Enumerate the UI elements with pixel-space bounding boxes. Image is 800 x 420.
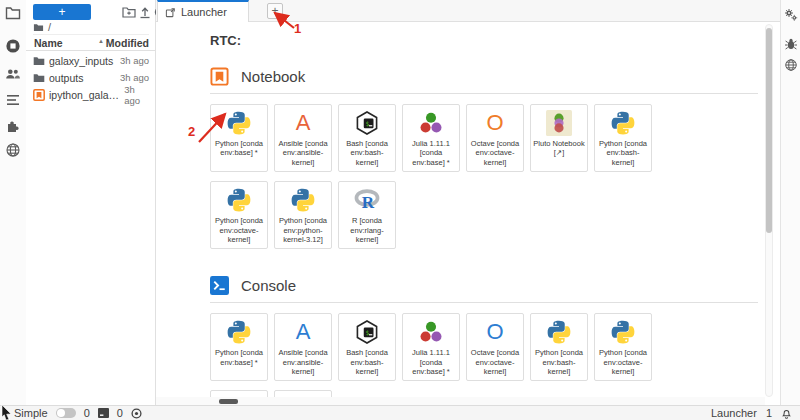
column-header-modified[interactable]: Modified xyxy=(106,37,149,49)
launcher-card-notebook-python-conda-env-python-kernel-3-12[interactable]: Python [conda env:python-kernel-3.12] xyxy=(274,181,332,249)
annotation-label-1: 1 xyxy=(294,21,301,36)
launcher-card-notebook-pluto-notebook[interactable]: Pluto Notebook [↗] xyxy=(530,104,588,172)
section-label-console: Console xyxy=(241,277,296,294)
ansible-orange-kernel-icon: A xyxy=(290,110,316,136)
notebook-section-icon xyxy=(210,67,229,86)
launcher-card-label: Octave [conda env:octave-kernel] xyxy=(469,139,521,167)
upload-icon[interactable] xyxy=(138,5,152,19)
svg-text:$: $ xyxy=(365,120,369,128)
launcher-card-notebook-ansible-conda-env-ansible-kernel[interactable]: AAnsible [conda env:ansible-kernel] xyxy=(274,104,332,172)
running-sessions-icon[interactable] xyxy=(5,38,21,54)
new-folder-icon[interactable] xyxy=(122,5,136,19)
rtc-label: RTC: xyxy=(210,33,758,48)
globe-kernel-icon[interactable] xyxy=(784,58,798,72)
jupyterlab-window: + / Name ▲ Modified galaxy_inputs3h agoo… xyxy=(0,0,800,420)
julia-kernel-icon xyxy=(418,110,444,136)
bash-kernel-icon: $ xyxy=(354,110,380,136)
launcher-card-console-julia-1-11-1-conda-env-base[interactable]: Julia 1.11.1 [conda env:base] * xyxy=(402,313,460,381)
launcher-card-notebook-octave-conda-env-octave-kernel[interactable]: OOctave [conda env:octave-kernel] xyxy=(466,104,524,172)
launcher-card-label: Python [conda env:octave-kernel] xyxy=(597,348,649,376)
launcher-card-label: Python [conda env:octave-kernel] xyxy=(213,216,265,244)
launcher-card-label: Bash [conda env:bash-kernel] xyxy=(341,348,393,376)
launcher-card-console-bash-conda-env-bash-kernel[interactable]: $Bash [conda env:bash-kernel] xyxy=(338,313,396,381)
collaboration-users-icon[interactable] xyxy=(5,66,21,82)
root-folder-icon xyxy=(33,22,44,33)
horizontal-scrollbar-track[interactable] xyxy=(156,397,765,405)
launcher-card-console-ansible-conda-env-ansible-kernel[interactable]: AAnsible [conda env:ansible-kernel] xyxy=(274,313,332,381)
table-of-contents-icon[interactable] xyxy=(5,92,21,108)
launcher-card-label: Octave [conda env:octave-kernel] xyxy=(469,348,521,376)
octave-orange-kernel-icon: O xyxy=(482,110,508,136)
kernels-count: 0 xyxy=(117,407,123,419)
bash-kernel-icon: $ xyxy=(354,319,380,345)
vertical-scrollbar-thumb[interactable] xyxy=(766,28,772,233)
tab-launcher-label: Launcher xyxy=(181,6,227,18)
launcher-card-notebook-python-conda-env-octave-kernel[interactable]: Python [conda env:octave-kernel] xyxy=(210,181,268,249)
launcher-card-notebook-julia-1-11-1-conda-env-base[interactable]: Julia 1.11.1 [conda env:base] * xyxy=(402,104,460,172)
folder-icon xyxy=(33,55,49,67)
launcher-card-label: Pluto Notebook [↗] xyxy=(533,139,585,158)
launcher-card-label: Python [conda env:python-kernel-3.12] xyxy=(277,216,329,244)
launcher-card-label: R [conda env:rlang-kernel] xyxy=(341,216,393,244)
launcher-card-console-python-conda-env-bash-kernel[interactable]: Python [conda env:bash-kernel] xyxy=(530,313,588,381)
mouse-cursor xyxy=(0,403,14,420)
property-inspector-gears-icon[interactable] xyxy=(784,8,798,22)
launcher-card-label: Python [conda env:base] * xyxy=(213,348,265,367)
tab-launcher[interactable]: Launcher xyxy=(157,0,249,22)
launcher-card-notebook-python-conda-env-bash-kernel[interactable]: Python [conda env:bash-kernel] xyxy=(594,104,652,172)
launcher-card-label: Julia 1.11.1 [conda env:base] * xyxy=(405,139,457,167)
octave-blue-kernel-icon: O xyxy=(482,319,508,345)
notebook-icon xyxy=(33,89,49,101)
notifications-count: 1 xyxy=(766,407,772,419)
launcher-card-console-python-conda-env-python-kernel-3-12[interactable]: Python [conda env:python-kernel-3.12] xyxy=(210,390,268,397)
tab-bar: Launcher + xyxy=(156,0,780,22)
file-modified: 3h ago xyxy=(120,55,149,66)
annotation-label-2: 2 xyxy=(188,124,195,139)
horizontal-scrollbar-thumb[interactable] xyxy=(219,399,238,404)
launcher-card-console-python-conda-env-base[interactable]: Python [conda env:base] * xyxy=(210,313,268,381)
file-browser-icon[interactable] xyxy=(5,5,21,21)
notebook-cards: Python [conda env:base] *AAnsible [conda… xyxy=(210,104,670,249)
breadcrumb[interactable]: / xyxy=(33,22,149,35)
launcher-card-label: Ansible [conda env:ansible-kernel] xyxy=(277,139,329,167)
file-list: galaxy_inputs3h agooutputs3h agoipython_… xyxy=(26,52,155,103)
python-kernel-icon xyxy=(290,187,316,213)
bell-icon[interactable] xyxy=(781,408,792,419)
simple-mode-label: Simple xyxy=(14,407,48,419)
python-kernel-icon xyxy=(610,319,636,345)
svg-text:$: $ xyxy=(365,329,369,337)
launcher-main-area: RTC: Notebook Python [conda env:base] *A… xyxy=(156,22,780,397)
launcher-card-console-r-conda-env-rlang-kernel[interactable]: RR [conda env:rlang-kernel] xyxy=(274,390,332,397)
launcher-card-label: Python [conda env:bash-kernel] xyxy=(597,139,649,167)
status-bar: Simple 0 0 Launcher 1 xyxy=(0,405,800,420)
python-kernel-icon xyxy=(546,319,572,345)
status-context-label[interactable]: Launcher xyxy=(711,407,757,419)
folder-icon xyxy=(33,72,49,84)
file-name: ipython_galaxy_... xyxy=(49,89,121,101)
debugger-bug-icon[interactable] xyxy=(784,37,798,51)
launcher-tab-icon xyxy=(165,7,176,18)
file-list-header: Name ▲ Modified xyxy=(26,37,155,51)
julia-kernel-icon xyxy=(418,319,444,345)
file-row-galaxy-inputs[interactable]: galaxy_inputs3h ago xyxy=(26,52,155,69)
column-header-name[interactable]: Name xyxy=(34,37,63,49)
terminals-count: 0 xyxy=(84,407,90,419)
globe-kernel-icon[interactable] xyxy=(5,142,21,158)
kernel-circle-icon xyxy=(131,408,142,419)
simple-mode-toggle[interactable] xyxy=(56,408,76,418)
right-activity-bar xyxy=(780,0,800,405)
new-launcher-button[interactable]: + xyxy=(33,4,91,20)
launcher-card-notebook-r-conda-env-rlang-kernel[interactable]: RR [conda env:rlang-kernel] xyxy=(338,181,396,249)
launcher-card-label: Python [conda env:bash-kernel] xyxy=(533,348,585,376)
extension-manager-puzzle-icon[interactable] xyxy=(5,118,21,134)
file-modified: 3h ago xyxy=(120,72,149,83)
file-row-ipython-galaxy[interactable]: ipython_galaxy_...3h ago xyxy=(26,86,155,103)
launcher-card-notebook-bash-conda-env-bash-kernel[interactable]: $Bash [conda env:bash-kernel] xyxy=(338,104,396,172)
breadcrumb-root: / xyxy=(48,21,51,33)
launcher-card-console-python-conda-env-octave-kernel[interactable]: Python [conda env:octave-kernel] xyxy=(594,313,652,381)
console-section-icon xyxy=(210,276,229,295)
toggle-knob xyxy=(57,409,65,417)
ansible-blue-kernel-icon: A xyxy=(290,319,316,345)
sort-ascending-icon: ▲ xyxy=(98,38,104,44)
launcher-card-console-octave-conda-env-octave-kernel[interactable]: OOctave [conda env:octave-kernel] xyxy=(466,313,524,381)
